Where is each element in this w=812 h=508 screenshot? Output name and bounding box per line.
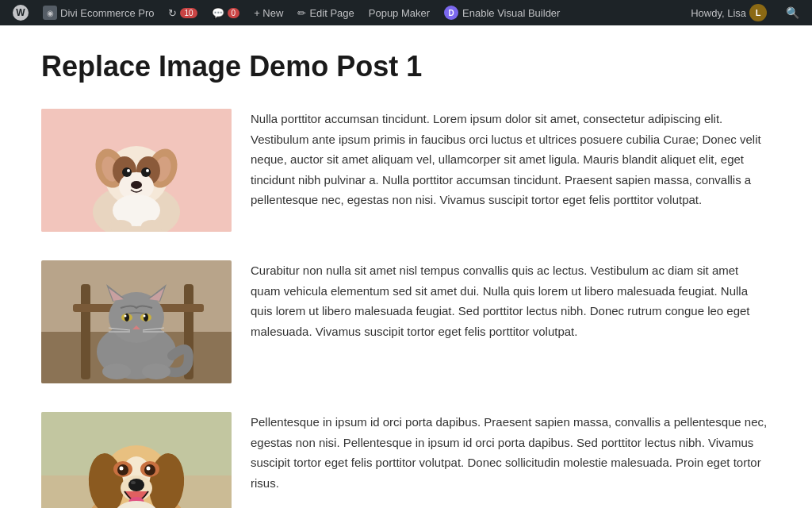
post-3-paragraph-1: Pellentesque in ipsum id orci porta dapi… <box>251 412 771 493</box>
post-text-2: Curabitur non nulla sit amet nisl tempus… <box>251 260 771 341</box>
site-icon: ◉ <box>43 6 57 20</box>
svg-point-12 <box>141 167 151 177</box>
svg-point-55 <box>120 467 124 471</box>
post-image-3 <box>41 412 232 508</box>
edit-page-label: Edit Page <box>309 7 354 19</box>
svg-point-15 <box>131 181 142 189</box>
post-image-1 <box>41 109 232 232</box>
site-name-menu[interactable]: ◉ Divi Ecommerce Pro <box>36 0 160 25</box>
post-item-1: Nulla porttitor accumsan tincidunt. Lore… <box>41 109 771 232</box>
edit-page-button[interactable]: ✏ Edit Page <box>291 0 360 25</box>
user-avatar: L <box>749 4 767 21</box>
update-count: 10 <box>180 8 197 18</box>
admin-bar-right: Howdy, Lisa L 🔍 <box>684 0 806 25</box>
content-area: Replace Image Demo Post 1 <box>25 25 787 508</box>
site-name-label: Divi Ecommerce Pro <box>60 7 154 19</box>
updates-icon: ↻ <box>168 7 177 19</box>
post-text-1: Nulla porttitor accumsan tincidunt. Lore… <box>251 109 771 210</box>
popup-maker-label: Popup Maker <box>369 7 430 19</box>
svg-point-32 <box>124 314 129 321</box>
howdy-text: Howdy, Lisa <box>691 7 746 19</box>
svg-point-33 <box>144 314 148 321</box>
enable-visual-builder-button[interactable]: D Enable Visual Builder <box>438 0 566 25</box>
admin-bar: W ◉ Divi Ecommerce Pro ↻ 10 💬 0 + New ✏ … <box>0 0 812 25</box>
svg-point-13 <box>127 169 130 172</box>
svg-point-42 <box>142 364 170 379</box>
wp-logo-icon: W <box>13 5 29 21</box>
comments-icon: 💬 <box>212 7 224 19</box>
comments-menu[interactable]: 💬 0 <box>205 0 247 25</box>
wp-logo-menu[interactable]: W <box>6 0 35 25</box>
pencil-icon: ✏ <box>297 7 306 19</box>
page-title: Replace Image Demo Post 1 <box>41 49 771 83</box>
comment-count: 0 <box>228 8 240 18</box>
post-text-3: Pellentesque in ipsum id orci porta dapi… <box>251 412 771 508</box>
svg-point-41 <box>102 364 131 379</box>
post-1-paragraph-1: Nulla porttitor accumsan tincidunt. Lore… <box>251 109 771 210</box>
post-image-2 <box>41 260 232 383</box>
svg-point-11 <box>122 167 132 177</box>
new-content-menu[interactable]: + New <box>247 0 289 25</box>
svg-point-34 <box>124 315 127 318</box>
new-label: + New <box>254 7 283 19</box>
search-icon: 🔍 <box>786 6 799 19</box>
admin-bar-left: W ◉ Divi Ecommerce Pro ↻ 10 💬 0 + New ✏ … <box>6 0 681 25</box>
svg-point-14 <box>146 169 149 172</box>
howdy-menu[interactable]: Howdy, Lisa L <box>684 0 773 25</box>
post-item-2: Curabitur non nulla sit amet nisl tempus… <box>41 260 771 383</box>
search-button[interactable]: 🔍 <box>779 0 806 25</box>
svg-point-35 <box>144 315 146 318</box>
svg-point-58 <box>128 479 144 491</box>
svg-point-56 <box>147 467 151 471</box>
updates-menu[interactable]: ↻ 10 <box>162 0 203 25</box>
svg-point-53 <box>117 464 128 475</box>
enable-vb-label: Enable Visual Builder <box>462 7 560 19</box>
post-item-3: Pellentesque in ipsum id orci porta dapi… <box>41 412 771 508</box>
divi-logo-icon: D <box>444 6 458 20</box>
post-2-paragraph-1: Curabitur non nulla sit amet nisl tempus… <box>251 260 771 341</box>
svg-rect-21 <box>81 284 90 379</box>
popup-maker-menu[interactable]: Popup Maker <box>362 0 436 25</box>
svg-point-59 <box>131 481 136 484</box>
svg-point-54 <box>144 464 155 475</box>
